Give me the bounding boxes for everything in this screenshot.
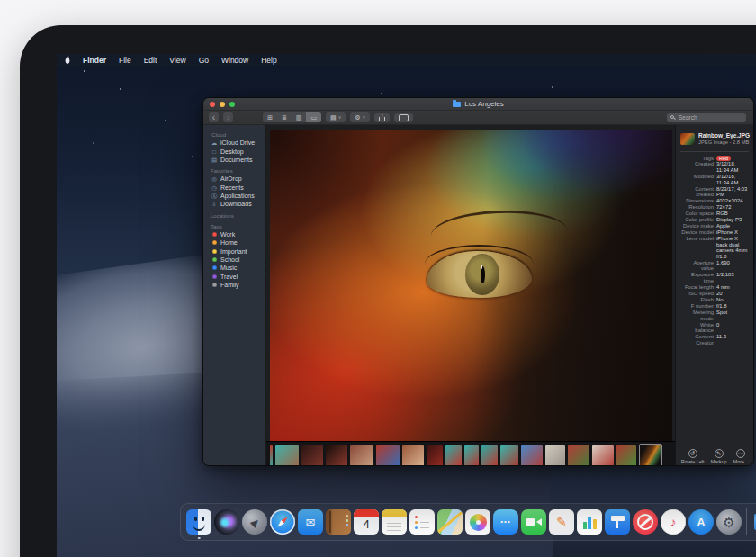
metadata-value: RGB [716,211,749,217]
photo-thumbnail[interactable] [402,445,424,466]
list-view-button[interactable]: ≣ [277,112,292,122]
sidebar-item-music[interactable]: Music [203,264,266,272]
sidebar-item-documents[interactable]: ▤Documents [203,156,266,164]
photo-thumbnail[interactable] [521,445,543,466]
sidebar-item-school[interactable]: School [203,256,266,264]
metadata-label: Resolution [680,204,714,211]
photo-thumbnail[interactable] [302,445,323,466]
dock-facetime-icon[interactable] [521,509,546,535]
dock-keynote-icon[interactable] [605,509,630,535]
action-markup[interactable]: ✎Markup [711,449,727,465]
tag-color-dot [212,257,217,262]
metadata-row-focal-length: Focal length4 mm [680,284,749,291]
search-input[interactable] [679,114,736,121]
photo-thumbnail[interactable] [592,445,614,466]
sidebar-item-family[interactable]: Family [203,281,266,289]
menu-item-view[interactable]: View [163,56,192,65]
photo-thumbnail[interactable] [446,445,462,466]
menu-item-go[interactable]: Go [193,56,215,65]
sidebar-item-recents[interactable]: ◷Recents [203,184,266,192]
back-button[interactable]: ‹ [209,112,219,122]
dock-itunes-icon[interactable]: ♪ [661,509,686,535]
dock-launchpad-icon[interactable]: ▶ [242,509,267,535]
photo-thumbnail[interactable] [616,445,636,466]
dock-siri-icon[interactable] [214,509,239,535]
photo-thumbnail[interactable] [568,445,590,466]
photo-thumbnail[interactable] [275,445,299,466]
column-view-button[interactable]: ▥ [292,112,307,122]
dock-maps-icon[interactable] [437,509,463,535]
clock-icon: ◷ [211,184,218,191]
dock-reminders-icon[interactable] [410,509,435,535]
sidebar-item-important[interactable]: Important [203,247,266,255]
dock-pages-icon[interactable]: ✎ [549,509,574,535]
photos-icon-art [476,520,481,525]
reminders-icon-art [415,516,418,518]
sidebar-section-header-locations: Locations [203,209,266,220]
sidebar-item-desktop[interactable]: □Desktop [203,147,266,155]
tag-badge: Red [716,156,731,161]
metadata-row-flash: FlashNo [680,297,749,303]
menu-item-edit[interactable]: Edit [138,56,164,65]
dock-numbers-icon[interactable] [577,509,602,535]
downloads-icon: ⇩ [211,201,218,207]
photo-thumbnail[interactable] [270,445,273,466]
photo-thumbnail[interactable] [350,445,374,466]
sidebar-item-label: iCloud Drive [220,139,255,146]
dock-news-icon[interactable] [633,509,658,535]
dock-messages-icon[interactable]: ••• [493,509,518,535]
facetime-icon-art [536,518,542,526]
dock-downloads-icon[interactable] [752,509,756,535]
menu-item-help[interactable]: Help [255,56,283,65]
search-field[interactable] [667,113,746,122]
photo-thumbnail[interactable] [482,445,498,466]
photo-thumbnail[interactable] [500,445,518,466]
action-more[interactable]: ⋯More... [734,449,748,465]
sidebar-item-icloud-drive[interactable]: ☁iCloud Drive [203,139,266,147]
sidebar-item-downloads[interactable]: ⇩Downloads [203,200,266,208]
dock-mail-icon[interactable]: ✉ [298,509,323,535]
photo-thumbnail[interactable] [376,445,400,466]
window-toolbar: ‹ › ⊞ ≣ ▥ ▭ ▤∨ ⚙∨ ↑ [203,111,753,125]
dock-photos-icon[interactable] [465,509,490,535]
menu-item-finder[interactable]: Finder [76,56,112,65]
dock-contacts-icon[interactable] [326,509,351,535]
forward-button[interactable]: › [223,112,233,122]
metadata-label: Exposure time [680,272,714,283]
photo-preview [270,130,672,441]
photo-thumbnail[interactable] [545,445,565,466]
apple-menu-icon[interactable] [64,56,71,65]
action-menu-button[interactable]: ⚙∨ [350,112,370,122]
sidebar-item-airdrop[interactable]: ◎AirDrop [203,175,266,183]
tags-button[interactable] [394,113,413,122]
metadata-row-device-make: Device makeApple [680,223,749,229]
close-button[interactable] [210,102,215,107]
dock-calendar-icon[interactable]: 4 [354,509,379,535]
action-rotate-left[interactable]: ↺Rotate Left [681,449,705,465]
sidebar-item-applications[interactable]: ⒶApplications [203,192,266,200]
minimize-button[interactable] [220,102,225,107]
menu-item-window[interactable]: Window [215,56,255,65]
window-titlebar[interactable]: Los Angeles [203,98,753,111]
photo-thumbnail[interactable] [464,445,479,466]
sidebar-item-home[interactable]: Home [203,238,266,247]
icon-view-button[interactable]: ⊞ [263,112,277,122]
dock-app-store-icon[interactable]: A [688,509,714,535]
sidebar-item-work[interactable]: Work [203,230,266,238]
group-button[interactable]: ▤∨ [326,112,346,122]
dock-notes-icon[interactable] [382,509,407,535]
dock-finder-icon[interactable] [186,509,212,535]
dock-system-preferences-icon[interactable]: ⚙ [716,509,742,535]
finder-window: Los Angeles ‹ › ⊞ ≣ ▥ ▭ ▤∨ ⚙∨ ↑ [202,97,754,466]
menu-item-file[interactable]: File [112,56,138,65]
dock-safari-icon[interactable] [270,509,295,535]
photo-thumbnail[interactable] [326,445,347,466]
photo-thumbnail[interactable] [427,445,443,466]
gallery-view-button[interactable]: ▭ [306,112,321,122]
sidebar-item-travel[interactable]: Travel [203,273,266,281]
zoom-button[interactable] [230,102,235,107]
share-button[interactable]: ↑ [374,113,390,122]
photo-thumbnail[interactable] [639,444,662,466]
sidebar-item-label: School [220,256,239,263]
window-body: iCloud☁iCloud Drive□Desktop▤DocumentsFav… [203,125,753,466]
